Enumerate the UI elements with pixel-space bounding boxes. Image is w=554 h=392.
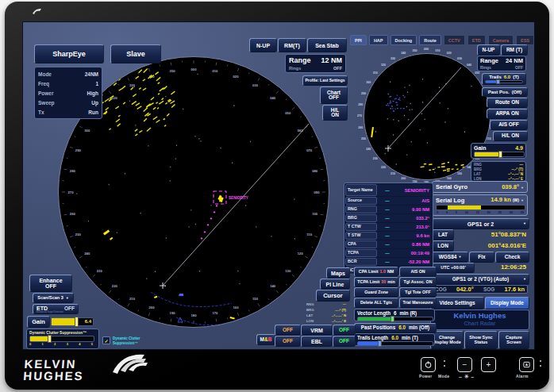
delete-all-targets-button[interactable]: Delete ALL Tgts	[354, 298, 398, 308]
serial-gyro-panel[interactable]: Serial Gyro 039.8° ▼	[432, 181, 528, 193]
sharpeye-button[interactable]: SharpEye	[34, 44, 104, 63]
target-table-row[interactable]: Source—AIS	[345, 197, 432, 205]
ais-toggle-button[interactable]: AIS OFF	[490, 120, 528, 130]
target-table-row[interactable]: RNG—9.00 NM	[345, 206, 432, 213]
power-icon	[425, 361, 432, 368]
change-display-mode-button[interactable]: ChangeDisplay Mode	[430, 331, 464, 349]
ebl-right-state[interactable]: OFF	[333, 336, 356, 347]
serial-log-panel[interactable]: Serial Log 14.9 kn (W) ▼ -50510152025303…	[432, 194, 528, 216]
route-toggle-button[interactable]: Route ON	[487, 98, 528, 108]
vrm-right-state[interactable]: OFF	[333, 325, 356, 336]
target-table-row[interactable]: T STW—9.6 kn	[345, 232, 432, 240]
dcs-checkbox[interactable]: ✓	[102, 336, 110, 344]
range-panel[interactable]: Range12 NM RingsOFF	[285, 54, 346, 73]
trails-button[interactable]: Trails6.0(T)	[482, 73, 526, 85]
capture-screen-button[interactable]: CaptureScreen	[498, 331, 529, 349]
vector-length-control[interactable]: Vector Length6min (R)	[354, 309, 435, 321]
clutter-echo	[422, 79, 423, 79]
tcpa-limit-button[interactable]: TCPA Limit30min	[354, 277, 398, 287]
cursor-button[interactable]: Cursor	[316, 290, 350, 302]
show-sync-status-button[interactable]: Show SyncStatus	[464, 331, 498, 349]
slave-button[interactable]: Slave	[110, 44, 161, 63]
small-hl-toggle-button[interactable]: H/L ON	[493, 131, 528, 141]
mark-bearing-button[interactable]: M&B	[256, 334, 275, 345]
stabilisation-button[interactable]: Sea Stab	[307, 38, 347, 52]
pi-line-button[interactable]: PI Line	[320, 279, 350, 290]
scan-mode-dropdown[interactable]: Scan/Scan 3▼	[33, 293, 74, 303]
clutter-echo	[183, 109, 183, 110]
target-table-row[interactable]: TCPA—00:19:49	[345, 249, 432, 257]
past-positions-control[interactable]: Past Positions6.0min (Off)	[354, 323, 437, 333]
trial-manoeuvre-button[interactable]: Trial Manoeuvre	[399, 298, 437, 308]
trails-slider[interactable]	[485, 80, 523, 83]
ais-on-button[interactable]: AIS ON	[399, 267, 437, 277]
past-positions-button[interactable]: Past Pos.(Off)	[482, 87, 528, 97]
alarm-button[interactable]	[519, 357, 534, 372]
tab-hap[interactable]: HAP	[369, 35, 388, 45]
trails-length-slider[interactable]	[357, 341, 433, 346]
motion-mode-button[interactable]: RM(T)	[278, 38, 306, 52]
check-button[interactable]: Check	[495, 252, 529, 263]
radar-screen: 0000100200300400500600700800901001101201…	[22, 21, 535, 350]
vector-length-label: Vector Length	[357, 310, 390, 317]
vrm-button[interactable]: VRM	[301, 325, 333, 336]
tab-ess-label: ESS	[521, 38, 529, 43]
ebl-button[interactable]: EBL	[301, 336, 333, 347]
utc-offset-button[interactable]: UTC +00:00'	[432, 263, 475, 273]
gyro-dropdown-icon[interactable]: ▼	[521, 186, 524, 190]
gps-vtg-dropdown[interactable]: GPS1 or 2 (VTG) (Auto) ▼	[432, 274, 529, 285]
enhance-button[interactable]: EnhanceOFF	[29, 275, 72, 292]
guard-zone-button[interactable]: Guard Zone	[354, 287, 398, 298]
clutter-echo	[398, 99, 399, 100]
main-gain-button[interactable]: Gain	[27, 316, 50, 328]
brightness-down-button[interactable]: −	[457, 357, 472, 372]
power-button[interactable]	[421, 357, 436, 372]
arpa-toggle-button[interactable]: ARPA ON	[487, 109, 528, 119]
ebl-left-state[interactable]: OFF	[275, 336, 301, 347]
orientation-button[interactable]: N-UP	[249, 38, 277, 52]
fix-button[interactable]: Fix	[469, 252, 494, 263]
target-table-row[interactable]: BRG—033.2°	[345, 214, 432, 222]
tab-route[interactable]: Route	[419, 35, 441, 45]
target-tote-button[interactable]: Tgl Tote OFF	[399, 287, 437, 298]
target-table-row[interactable]: T CTW—213.0°	[345, 223, 432, 231]
clutter-echo	[137, 106, 141, 110]
tcpa-limit-unit: min	[387, 280, 394, 284]
lon-button[interactable]: LON	[432, 240, 454, 252]
clutter-echo	[164, 125, 167, 127]
clutter-echo	[393, 119, 394, 120]
target-table-row[interactable]: Target Name—SENIORITY	[345, 184, 432, 196]
target-assoc-button[interactable]: Tgl Assoc. ON	[399, 277, 437, 287]
tab-cctv[interactable]: CCTV	[444, 35, 465, 45]
main-gain-slider[interactable]: 6.4	[51, 317, 94, 326]
small-ppi-orientation-button[interactable]: N-UP	[477, 44, 500, 56]
gps-source-dropdown[interactable]: GPS1 or 2 ▼	[432, 218, 529, 229]
video-settings-button[interactable]: Video Settings	[430, 297, 484, 309]
target-table-row[interactable]: BCR—-52.20 NM	[345, 258, 432, 266]
heading-line-toggle-button[interactable]: H/L ON	[322, 105, 348, 121]
display-mode-button[interactable]: Display Mode	[485, 297, 529, 309]
vector-length-slider[interactable]	[357, 317, 433, 321]
small-ppi-motion-button[interactable]: RM (T)	[501, 44, 528, 56]
tab-ppi[interactable]: PPI	[350, 35, 367, 45]
target-table-row[interactable]: CPA—0.86 NM	[345, 240, 432, 248]
maps-button[interactable]: Maps	[326, 267, 350, 279]
tab-docking[interactable]: Docking	[390, 35, 417, 45]
dcs-slider[interactable]	[29, 336, 94, 342]
datum-dropdown[interactable]: WGS84▼	[432, 252, 468, 263]
small-ppi-range-panel[interactable]: Range24 NM RingsOFF	[477, 56, 526, 71]
target-row-value: 9.00 NM	[398, 206, 432, 213]
brightness-up-button[interactable]: +	[481, 357, 496, 372]
cpa-limit-button[interactable]: CPA Limit1.0NM	[354, 267, 398, 277]
chart-toggle-button[interactable]: Chart OFF	[320, 86, 348, 104]
lat-button[interactable]: LAT	[432, 229, 454, 240]
trails-length-control[interactable]: Trails Length6.0min (T)	[354, 333, 435, 346]
profile-button[interactable]: Profile: Last Settings	[302, 75, 348, 86]
tx-power-label: Power	[38, 89, 54, 98]
tx-power-value: High	[87, 89, 98, 98]
bearing-label: 050	[285, 111, 291, 115]
vrm-left-state[interactable]: OFF	[275, 325, 301, 336]
etd-button[interactable]: ETDEnhanced Target Detection OFF	[33, 304, 79, 314]
small-gain-slider[interactable]	[474, 152, 525, 157]
log-dropdown-icon[interactable]: ▼	[521, 198, 524, 202]
